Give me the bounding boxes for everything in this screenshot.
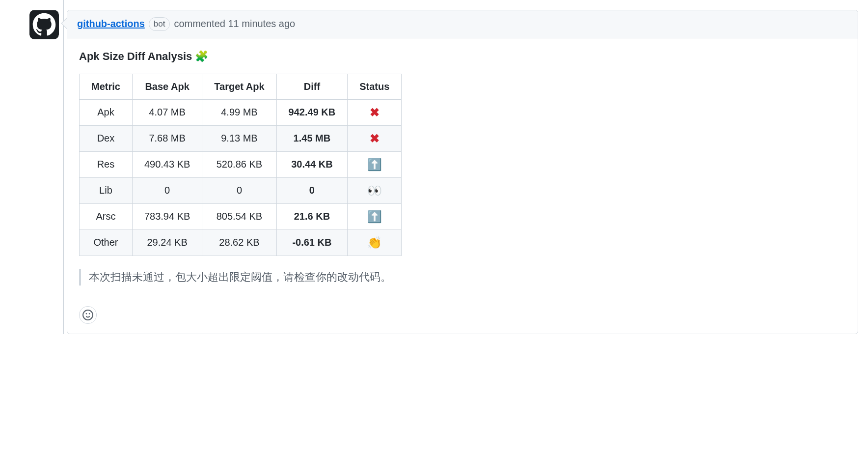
diff-cell: 942.49 KB: [276, 99, 348, 125]
col-target: Target Apk: [202, 74, 276, 99]
comment-header: github-actions bot commented 11 minutes …: [67, 10, 858, 38]
comment-action-text: commented 11 minutes ago: [174, 18, 295, 29]
table-header-row: Metric Base Apk Target Apk Diff Status: [80, 74, 402, 99]
metric-cell: Other: [80, 229, 133, 256]
base-cell: 29.24 KB: [132, 229, 202, 256]
target-cell: 28.62 KB: [202, 229, 276, 256]
metric-cell: Apk: [80, 99, 133, 125]
table-row: Arsc783.94 KB805.54 KB21.6 KB⬆️: [80, 203, 402, 229]
status-cell: ✖: [348, 125, 402, 151]
metric-cell: Arsc: [80, 203, 133, 229]
col-diff: Diff: [276, 74, 348, 99]
metric-cell: Dex: [80, 125, 133, 151]
target-cell: 9.13 MB: [202, 125, 276, 151]
table-row: Other29.24 KB28.62 KB-0.61 KB👏: [80, 229, 402, 256]
status-cell: 👏: [348, 229, 402, 256]
table-row: Res490.43 KB520.86 KB30.44 KB⬆️: [80, 151, 402, 177]
analysis-title: Apk Size Diff Analysis 🧩: [79, 50, 846, 63]
col-base: Base Apk: [132, 74, 202, 99]
comment-body: Apk Size Diff Analysis 🧩 Metric Base Apk…: [67, 38, 858, 304]
base-cell: 7.68 MB: [132, 125, 202, 151]
comment-timestamp[interactable]: 11 minutes ago: [228, 18, 295, 29]
target-cell: 805.54 KB: [202, 203, 276, 229]
metric-cell: Res: [80, 151, 133, 177]
bot-badge: bot: [149, 17, 170, 31]
status-cell: ✖: [348, 99, 402, 125]
author-avatar[interactable]: [29, 10, 59, 39]
target-cell: 4.99 MB: [202, 99, 276, 125]
status-cell: 👀: [348, 177, 402, 203]
cross-mark-icon: ✖: [370, 132, 380, 145]
target-cell: 0: [202, 177, 276, 203]
target-cell: 520.86 KB: [202, 151, 276, 177]
github-mark-icon: [29, 10, 59, 39]
metric-cell: Lib: [80, 177, 133, 203]
cross-mark-icon: ✖: [370, 106, 380, 119]
comment-box: github-actions bot commented 11 minutes …: [67, 10, 858, 334]
diff-cell: 21.6 KB: [276, 203, 348, 229]
table-row: Lib000👀: [80, 177, 402, 203]
result-note: 本次扫描未通过，包大小超出限定阈值，请检查你的改动代码。: [79, 269, 846, 286]
col-status: Status: [348, 74, 402, 99]
smiley-icon: [82, 310, 93, 320]
diff-cell: 30.44 KB: [276, 151, 348, 177]
table-row: Apk4.07 MB4.99 MB942.49 KB✖: [80, 99, 402, 125]
base-cell: 783.94 KB: [132, 203, 202, 229]
diff-cell: 0: [276, 177, 348, 203]
table-row: Dex7.68 MB9.13 MB1.45 MB✖: [80, 125, 402, 151]
status-cell: ⬆️: [348, 203, 402, 229]
base-cell: 0: [132, 177, 202, 203]
add-reaction-button[interactable]: [79, 306, 97, 324]
puzzle-piece-icon: 🧩: [195, 50, 208, 63]
col-metric: Metric: [80, 74, 133, 99]
base-cell: 4.07 MB: [132, 99, 202, 125]
base-cell: 490.43 KB: [132, 151, 202, 177]
diff-cell: 1.45 MB: [276, 125, 348, 151]
diff-table: Metric Base Apk Target Apk Diff Status A…: [79, 74, 402, 256]
author-link[interactable]: github-actions: [77, 18, 145, 29]
diff-cell: -0.61 KB: [276, 229, 348, 256]
status-cell: ⬆️: [348, 151, 402, 177]
